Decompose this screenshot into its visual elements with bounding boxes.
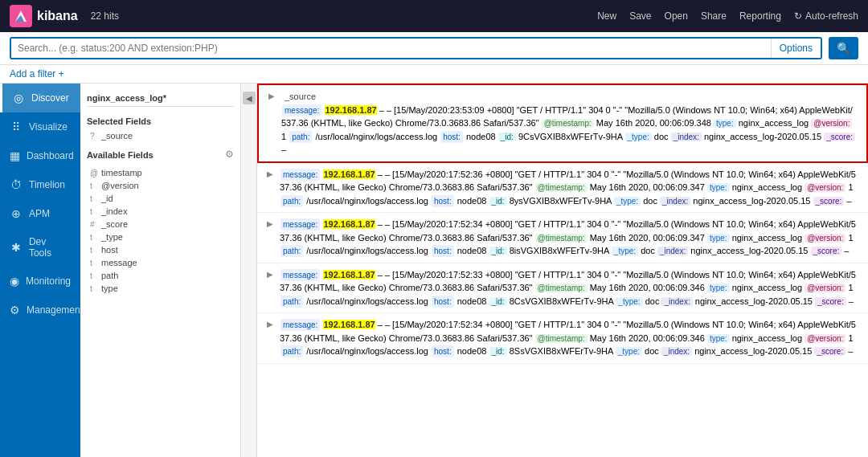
field-type[interactable]: t _type xyxy=(87,231,234,243)
hits-count: 22 hits xyxy=(91,10,597,22)
expand-button[interactable]: ▶ xyxy=(267,168,273,208)
left-navigation: ◎ Discover ⠿ Visualize ▦ Dashboard ⏱ Tim… xyxy=(0,84,80,457)
path-val: /usr/local/nginx/logs/access.log xyxy=(306,246,431,255)
fields-panel: nginx_access_log* Selected Fields ? _sou… xyxy=(80,84,241,457)
id-badge: _id: xyxy=(489,347,507,356)
score-val: – xyxy=(848,346,853,356)
toggle-panel: ◀ xyxy=(241,84,257,457)
id-val: 8ysVGXIB8xWFErTv-9HA xyxy=(510,196,614,206)
timelion-icon: ⏱ xyxy=(10,178,23,191)
sidebar-item-label: Dashboard xyxy=(27,150,74,161)
sidebar-item-visualize[interactable]: ⠿ Visualize xyxy=(0,112,80,141)
host-val: node08 xyxy=(466,132,498,141)
type-val: nginx_access_log xyxy=(739,118,809,128)
sidebar-item-apm[interactable]: ⊕ APM xyxy=(0,199,80,228)
new-button[interactable]: New xyxy=(597,10,616,22)
save-button[interactable]: Save xyxy=(629,10,651,22)
id-val: 8SsVGXIB8xWFErTv-9HA xyxy=(510,346,616,356)
sidebar-item-label: APM xyxy=(29,208,50,219)
message-badge: message: xyxy=(280,218,320,231)
expand-button[interactable]: ▶ xyxy=(267,318,273,358)
field-message[interactable]: t message xyxy=(87,256,234,269)
search-button[interactable]: 🔍 xyxy=(829,37,858,59)
index-name[interactable]: nginx_access_log* xyxy=(87,90,234,107)
field-type-at: @ xyxy=(90,169,98,177)
monitoring-icon: ◉ xyxy=(10,275,19,288)
message-badge: message: xyxy=(280,169,320,181)
field-type-t6: t xyxy=(90,284,98,293)
field-version[interactable]: t @version xyxy=(87,179,234,192)
host-val: node08 xyxy=(457,346,489,356)
type2-val: doc xyxy=(645,346,661,356)
search-input-wrap: Options xyxy=(10,37,822,59)
score-val: – xyxy=(849,296,854,306)
version-badge: @version: xyxy=(811,119,852,128)
field-type-t: t xyxy=(90,194,98,203)
field-name: type xyxy=(101,284,118,293)
sidebar-item-monitoring[interactable]: ◉ Monitoring xyxy=(0,267,80,296)
discover-icon: ◎ xyxy=(12,92,25,104)
path-val: /usr/local/nginx/logs/access.log xyxy=(306,296,431,306)
version-val: 1 xyxy=(281,132,289,141)
version-badge: @version: xyxy=(805,183,845,192)
field-host[interactable]: t host xyxy=(87,243,234,256)
timestamp-val: May 16th 2020, 00:06:09.347 xyxy=(590,233,707,243)
field-type2[interactable]: t type xyxy=(87,282,234,295)
open-button[interactable]: Open xyxy=(665,10,688,22)
version-val: 1 xyxy=(848,333,853,343)
add-filter-button[interactable]: Add a filter + xyxy=(10,68,64,80)
selected-fields-label: Selected Fields xyxy=(87,112,234,129)
reporting-button[interactable]: Reporting xyxy=(739,10,781,22)
path-badge: path: xyxy=(280,195,303,207)
type-badge: type: xyxy=(707,234,730,243)
index-val: nginx_access_log-2020.05.15 xyxy=(693,196,813,206)
index-val: nginx_access_log-2020.05.15 xyxy=(694,346,814,356)
sidebar-item-label: Management xyxy=(27,304,83,316)
message-badge: message: xyxy=(280,319,320,331)
main-layout: ◎ Discover ⠿ Visualize ▦ Dashboard ⏱ Tim… xyxy=(0,84,868,457)
gear-icon[interactable]: ⚙ xyxy=(225,149,234,160)
index-badge: _index: xyxy=(657,247,688,255)
type2-val: doc xyxy=(641,246,657,255)
timestamp-badge: @timestamp: xyxy=(535,284,588,292)
field-path[interactable]: t path xyxy=(87,269,234,282)
field-id[interactable]: t _id xyxy=(87,192,234,205)
toggle-sidebar-button[interactable]: ◀ xyxy=(243,92,256,104)
log-content: _source message: 192.168.1.87 – – [15/Ma… xyxy=(281,90,857,157)
sidebar-item-dashboard[interactable]: ▦ Dashboard xyxy=(0,141,80,170)
timestamp-val: May 16th 2020, 00:06:09.346 xyxy=(590,333,707,343)
sidebar-item-discover[interactable]: ◎ Discover xyxy=(0,84,80,112)
available-fields-label: Available Fields xyxy=(87,145,154,163)
share-button[interactable]: Share xyxy=(701,10,727,22)
field-score[interactable]: # _score xyxy=(87,218,234,231)
expand-button[interactable]: ▶ xyxy=(267,218,273,258)
sidebar-item-timelion[interactable]: ⏱ Timelion xyxy=(0,170,80,199)
field-name: _score xyxy=(101,219,128,229)
message-badge: message: xyxy=(282,104,321,116)
expand-button[interactable]: ▶ xyxy=(267,268,273,308)
log-content: message: 192.168.1.87 – – [15/May/2020:1… xyxy=(280,268,858,308)
log-entry: ▶ message: 192.168.1.87 – – [15/May/2020… xyxy=(257,163,868,214)
field-type-t3: t xyxy=(90,246,98,255)
index-badge: _index: xyxy=(661,297,692,306)
index-badge: _index: xyxy=(661,347,692,356)
field-timestamp[interactable]: @ timestamp xyxy=(87,166,234,179)
auto-refresh-button[interactable]: ↻ Auto-refresh xyxy=(794,10,858,22)
top-nav-actions: New Save Open Share Reporting ↻ Auto-ref… xyxy=(597,10,858,22)
expand-button[interactable]: ▶ xyxy=(268,90,275,157)
ip-address: 192.168.1.87 xyxy=(325,105,376,115)
field-name: @version xyxy=(101,181,139,190)
sidebar-item-devtools[interactable]: ✱ Dev Tools xyxy=(0,228,80,267)
field-index[interactable]: t _index xyxy=(87,205,234,218)
logo-text: kibana xyxy=(37,9,78,23)
sidebar-item-management[interactable]: ⚙ Management xyxy=(0,296,80,324)
field-name: _index xyxy=(101,206,127,216)
type2-badge: _type: xyxy=(625,133,652,141)
options-button[interactable]: Options xyxy=(771,39,821,58)
log-content: message: 192.168.1.87 – – [15/May/2020:1… xyxy=(280,218,858,258)
search-input[interactable] xyxy=(11,39,771,58)
log-entry: ▶ _source message: 192.168.1.87 – – [15/… xyxy=(257,84,868,163)
score-badge: _score: xyxy=(811,247,842,255)
type-badge: type: xyxy=(707,183,730,192)
selected-field-source[interactable]: ? _source xyxy=(87,129,234,142)
